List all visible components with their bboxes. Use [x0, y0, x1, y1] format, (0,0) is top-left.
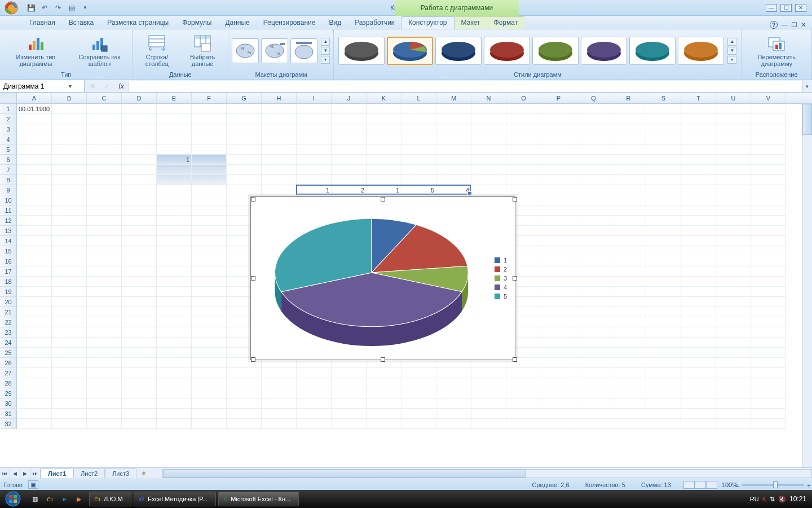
cell[interactable] — [506, 409, 541, 419]
cell[interactable] — [716, 246, 751, 256]
cell[interactable] — [52, 297, 87, 307]
qat-dropdown-icon[interactable]: ▼ — [80, 3, 90, 13]
cell[interactable] — [157, 338, 192, 348]
cell[interactable] — [262, 104, 297, 114]
row-header[interactable]: 29 — [0, 388, 17, 398]
cell[interactable] — [611, 398, 646, 409]
cell[interactable] — [681, 195, 716, 205]
cell[interactable] — [646, 348, 681, 358]
cell[interactable] — [541, 378, 576, 388]
cell[interactable] — [227, 144, 262, 155]
cell[interactable] — [541, 104, 576, 114]
cell[interactable] — [262, 124, 297, 134]
tab-format[interactable]: Формат — [487, 16, 525, 29]
cell[interactable] — [297, 398, 332, 409]
cell[interactable]: 5 — [401, 185, 436, 195]
cell[interactable] — [332, 378, 367, 388]
cell[interactable] — [506, 378, 541, 388]
explorer-icon[interactable]: 🗀 — [43, 492, 56, 506]
cell[interactable] — [646, 114, 681, 124]
cell[interactable] — [367, 134, 401, 144]
cell[interactable] — [17, 175, 52, 185]
restore-button[interactable]: ☐ — [780, 4, 792, 12]
cell[interactable] — [506, 144, 541, 155]
cell[interactable] — [716, 348, 751, 358]
tray-kaspersky-icon[interactable]: K — [762, 496, 766, 502]
cell[interactable] — [751, 358, 786, 368]
cell[interactable] — [17, 236, 52, 246]
cell[interactable] — [192, 226, 227, 236]
cell[interactable] — [611, 388, 646, 398]
cell[interactable]: 1 — [157, 155, 192, 165]
cell[interactable] — [541, 256, 576, 266]
sheet-tab[interactable]: Лист3 — [105, 468, 136, 478]
cell[interactable] — [646, 134, 681, 144]
chart-object[interactable]: 12345 — [250, 196, 515, 360]
cell[interactable] — [506, 398, 541, 409]
row-header[interactable]: 18 — [0, 277, 17, 287]
cell[interactable] — [541, 114, 576, 124]
cell[interactable] — [541, 144, 576, 155]
tray-clock[interactable]: 10:21 — [789, 495, 806, 503]
row-header[interactable]: 10 — [0, 195, 17, 205]
cell[interactable] — [262, 398, 297, 409]
cell[interactable] — [192, 266, 227, 277]
row-header[interactable]: 12 — [0, 216, 17, 226]
cell[interactable] — [576, 165, 611, 175]
cell[interactable] — [262, 388, 297, 398]
row-header[interactable]: 20 — [0, 297, 17, 307]
cell[interactable] — [611, 368, 646, 378]
cell[interactable] — [681, 155, 716, 165]
column-header[interactable]: C — [87, 93, 122, 103]
row-header[interactable]: 15 — [0, 246, 17, 256]
cell[interactable] — [52, 419, 87, 429]
select-all-corner[interactable] — [0, 93, 17, 103]
cell[interactable] — [716, 195, 751, 205]
ie-icon[interactable]: e — [58, 492, 71, 506]
cell[interactable] — [17, 368, 52, 378]
cell[interactable] — [157, 185, 192, 195]
cell[interactable] — [87, 246, 122, 256]
cell[interactable] — [17, 165, 52, 175]
cell[interactable] — [87, 287, 122, 297]
cell[interactable] — [576, 317, 611, 327]
cell[interactable] — [262, 134, 297, 144]
row-header[interactable]: 6 — [0, 155, 17, 165]
cell[interactable] — [751, 114, 786, 124]
cell[interactable] — [122, 409, 157, 419]
cell[interactable] — [576, 134, 611, 144]
cell[interactable] — [751, 297, 786, 307]
cell[interactable] — [87, 398, 122, 409]
cell[interactable] — [17, 216, 52, 226]
cell[interactable] — [751, 104, 786, 114]
cell[interactable] — [611, 216, 646, 226]
chart-style-thumb[interactable] — [484, 37, 530, 65]
cell[interactable] — [576, 277, 611, 287]
cell[interactable] — [87, 297, 122, 307]
cell[interactable] — [87, 348, 122, 358]
cell[interactable] — [52, 175, 87, 185]
column-header[interactable]: G — [227, 93, 262, 103]
cell[interactable] — [751, 338, 786, 348]
row-header[interactable]: 30 — [0, 398, 17, 409]
cell[interactable] — [122, 358, 157, 368]
cell[interactable] — [192, 185, 227, 195]
cell[interactable] — [681, 256, 716, 266]
sheet-tab[interactable]: Лист1 — [41, 468, 73, 478]
cell[interactable] — [436, 368, 471, 378]
cell[interactable] — [17, 348, 52, 358]
row-header[interactable]: 2 — [0, 114, 17, 124]
cell[interactable] — [17, 226, 52, 236]
cell[interactable] — [541, 226, 576, 236]
legend-item[interactable]: 4 — [495, 284, 507, 291]
column-header[interactable]: E — [157, 93, 192, 103]
cell[interactable] — [681, 297, 716, 307]
cell[interactable] — [716, 185, 751, 195]
cell[interactable] — [17, 409, 52, 419]
cell[interactable] — [367, 409, 401, 419]
name-box-input[interactable] — [3, 82, 65, 90]
cell[interactable] — [716, 378, 751, 388]
chart-styles-more[interactable]: ▲▼▾ — [727, 38, 736, 64]
cell[interactable] — [541, 277, 576, 287]
cell[interactable] — [122, 419, 157, 429]
